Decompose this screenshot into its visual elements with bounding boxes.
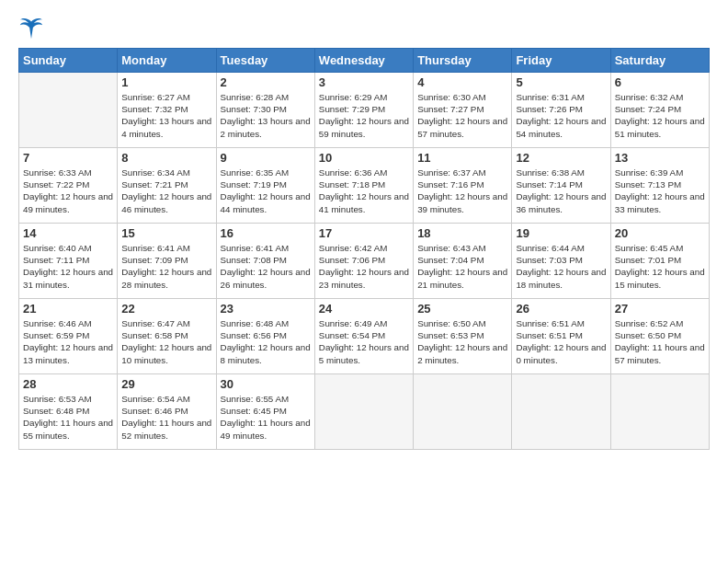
- calendar-header-row: SundayMondayTuesdayWednesdayThursdayFrid…: [19, 49, 710, 73]
- day-number: 30: [221, 377, 311, 391]
- calendar-cell: 30Sunrise: 6:55 AMSunset: 6:45 PMDayligh…: [216, 374, 314, 450]
- day-info: Sunrise: 6:44 AMSunset: 7:03 PMDaylight:…: [516, 242, 606, 291]
- header-thursday: Thursday: [414, 49, 512, 73]
- day-number: 6: [615, 75, 705, 89]
- logo-icon: [18, 15, 44, 40]
- day-number: 12: [516, 151, 606, 165]
- day-info: Sunrise: 6:42 AMSunset: 7:06 PMDaylight:…: [319, 242, 409, 291]
- day-info: Sunrise: 6:43 AMSunset: 7:04 PMDaylight:…: [417, 242, 507, 291]
- calendar-cell: 3Sunrise: 6:29 AMSunset: 7:29 PMDaylight…: [314, 73, 413, 148]
- header-wednesday: Wednesday: [314, 49, 413, 73]
- day-number: 23: [221, 302, 311, 316]
- day-info: Sunrise: 6:54 AMSunset: 6:46 PMDaylight:…: [121, 393, 211, 442]
- calendar-cell: 21Sunrise: 6:46 AMSunset: 6:59 PMDayligh…: [19, 299, 118, 374]
- logo: [18, 15, 48, 40]
- calendar-cell: 7Sunrise: 6:33 AMSunset: 7:22 PMDaylight…: [19, 148, 118, 224]
- day-info: Sunrise: 6:45 AMSunset: 7:01 PMDaylight:…: [615, 242, 705, 291]
- day-number: 24: [319, 302, 409, 316]
- day-number: 16: [221, 226, 311, 240]
- calendar-cell: 1Sunrise: 6:27 AMSunset: 7:32 PMDaylight…: [118, 73, 216, 148]
- day-info: Sunrise: 6:31 AMSunset: 7:26 PMDaylight:…: [516, 91, 606, 140]
- calendar-cell: 22Sunrise: 6:47 AMSunset: 6:58 PMDayligh…: [118, 299, 216, 374]
- day-number: 29: [121, 377, 211, 391]
- day-info: Sunrise: 6:50 AMSunset: 6:53 PMDaylight:…: [417, 317, 507, 366]
- day-info: Sunrise: 6:34 AMSunset: 7:21 PMDaylight:…: [121, 167, 211, 215]
- day-number: 4: [417, 75, 507, 89]
- day-info: Sunrise: 6:41 AMSunset: 7:09 PMDaylight:…: [121, 242, 211, 291]
- page: SundayMondayTuesdayWednesdayThursdayFrid…: [0, 0, 728, 563]
- week-row-2: 7Sunrise: 6:33 AMSunset: 7:22 PMDaylight…: [19, 148, 710, 224]
- day-number: 1: [121, 75, 211, 89]
- calendar-cell: 12Sunrise: 6:38 AMSunset: 7:14 PMDayligh…: [512, 148, 610, 224]
- calendar-cell: 15Sunrise: 6:41 AMSunset: 7:09 PMDayligh…: [118, 224, 216, 299]
- calendar-cell: [19, 73, 118, 148]
- day-number: 13: [615, 151, 705, 165]
- day-number: 11: [417, 151, 507, 165]
- week-row-1: 1Sunrise: 6:27 AMSunset: 7:32 PMDaylight…: [19, 73, 710, 148]
- day-info: Sunrise: 6:32 AMSunset: 7:24 PMDaylight:…: [615, 91, 705, 140]
- calendar-cell: 14Sunrise: 6:40 AMSunset: 7:11 PMDayligh…: [19, 224, 118, 299]
- day-number: 2: [221, 75, 311, 89]
- calendar-cell: 17Sunrise: 6:42 AMSunset: 7:06 PMDayligh…: [314, 224, 413, 299]
- day-number: 19: [516, 226, 606, 240]
- header: [18, 15, 710, 40]
- day-info: Sunrise: 6:37 AMSunset: 7:16 PMDaylight:…: [417, 167, 507, 215]
- day-info: Sunrise: 6:55 AMSunset: 6:45 PMDaylight:…: [221, 393, 311, 442]
- header-saturday: Saturday: [610, 49, 709, 73]
- day-info: Sunrise: 6:49 AMSunset: 6:54 PMDaylight:…: [319, 317, 409, 366]
- day-info: Sunrise: 6:51 AMSunset: 6:51 PMDaylight:…: [516, 317, 606, 366]
- day-number: 18: [417, 226, 507, 240]
- calendar-cell: 8Sunrise: 6:34 AMSunset: 7:21 PMDaylight…: [118, 148, 216, 224]
- day-info: Sunrise: 6:39 AMSunset: 7:13 PMDaylight:…: [615, 167, 705, 215]
- calendar-cell: 19Sunrise: 6:44 AMSunset: 7:03 PMDayligh…: [512, 224, 610, 299]
- week-row-4: 21Sunrise: 6:46 AMSunset: 6:59 PMDayligh…: [19, 299, 710, 374]
- day-info: Sunrise: 6:53 AMSunset: 6:48 PMDaylight:…: [23, 393, 113, 442]
- calendar-cell: [414, 374, 512, 450]
- calendar-cell: 26Sunrise: 6:51 AMSunset: 6:51 PMDayligh…: [512, 299, 610, 374]
- day-number: 20: [615, 226, 705, 240]
- calendar-cell: [314, 374, 413, 450]
- day-number: 14: [23, 226, 113, 240]
- day-number: 10: [319, 151, 409, 165]
- calendar-cell: 6Sunrise: 6:32 AMSunset: 7:24 PMDaylight…: [610, 73, 709, 148]
- day-info: Sunrise: 6:36 AMSunset: 7:18 PMDaylight:…: [319, 167, 409, 215]
- day-info: Sunrise: 6:52 AMSunset: 6:50 PMDaylight:…: [615, 317, 705, 366]
- day-info: Sunrise: 6:33 AMSunset: 7:22 PMDaylight:…: [23, 167, 113, 215]
- calendar-cell: [610, 374, 709, 450]
- calendar-cell: 2Sunrise: 6:28 AMSunset: 7:30 PMDaylight…: [216, 73, 314, 148]
- day-number: 22: [121, 302, 211, 316]
- week-row-3: 14Sunrise: 6:40 AMSunset: 7:11 PMDayligh…: [19, 224, 710, 299]
- day-number: 25: [417, 302, 507, 316]
- day-info: Sunrise: 6:29 AMSunset: 7:29 PMDaylight:…: [319, 91, 409, 140]
- calendar-cell: 24Sunrise: 6:49 AMSunset: 6:54 PMDayligh…: [314, 299, 413, 374]
- calendar-cell: 27Sunrise: 6:52 AMSunset: 6:50 PMDayligh…: [610, 299, 709, 374]
- day-number: 3: [319, 75, 409, 89]
- day-info: Sunrise: 6:48 AMSunset: 6:56 PMDaylight:…: [221, 317, 311, 366]
- calendar-cell: [512, 374, 610, 450]
- header-tuesday: Tuesday: [216, 49, 314, 73]
- calendar-cell: 18Sunrise: 6:43 AMSunset: 7:04 PMDayligh…: [414, 224, 512, 299]
- week-row-5: 28Sunrise: 6:53 AMSunset: 6:48 PMDayligh…: [19, 374, 710, 450]
- day-info: Sunrise: 6:38 AMSunset: 7:14 PMDaylight:…: [516, 167, 606, 215]
- header-monday: Monday: [118, 49, 216, 73]
- day-info: Sunrise: 6:28 AMSunset: 7:30 PMDaylight:…: [221, 91, 311, 140]
- day-number: 8: [121, 151, 211, 165]
- day-number: 9: [221, 151, 311, 165]
- day-info: Sunrise: 6:41 AMSunset: 7:08 PMDaylight:…: [221, 242, 311, 291]
- day-info: Sunrise: 6:46 AMSunset: 6:59 PMDaylight:…: [23, 317, 113, 366]
- day-info: Sunrise: 6:35 AMSunset: 7:19 PMDaylight:…: [221, 167, 311, 215]
- day-number: 27: [615, 302, 705, 316]
- calendar-cell: 25Sunrise: 6:50 AMSunset: 6:53 PMDayligh…: [414, 299, 512, 374]
- calendar-cell: 5Sunrise: 6:31 AMSunset: 7:26 PMDaylight…: [512, 73, 610, 148]
- day-number: 21: [23, 302, 113, 316]
- day-number: 28: [23, 377, 113, 391]
- day-number: 17: [319, 226, 409, 240]
- day-number: 5: [516, 75, 606, 89]
- calendar-cell: 23Sunrise: 6:48 AMSunset: 6:56 PMDayligh…: [216, 299, 314, 374]
- calendar-cell: 28Sunrise: 6:53 AMSunset: 6:48 PMDayligh…: [19, 374, 118, 450]
- day-number: 26: [516, 302, 606, 316]
- day-number: 7: [23, 151, 113, 165]
- header-sunday: Sunday: [19, 49, 118, 73]
- day-info: Sunrise: 6:27 AMSunset: 7:32 PMDaylight:…: [121, 91, 211, 140]
- day-number: 15: [121, 226, 211, 240]
